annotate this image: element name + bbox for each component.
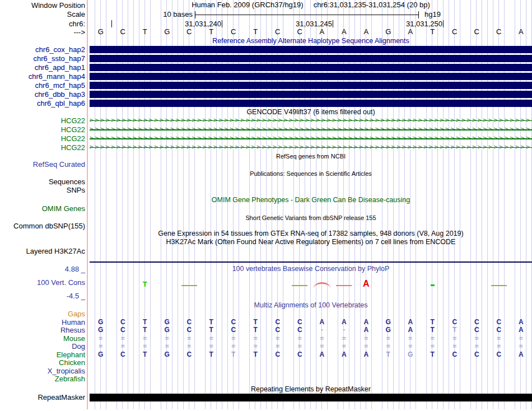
alignment-base: = bbox=[444, 342, 466, 350]
track-title-dbsnp[interactable]: Short Genetic Variants from dbSNP releas… bbox=[90, 214, 532, 222]
track-title-h3k27ac[interactable]: H3K27Ac Mark (Often Found Near Active Re… bbox=[90, 239, 532, 246]
gene-label-HCG22[interactable]: HCG22 bbox=[61, 135, 85, 142]
haplotype-alignment-bar-chr6_mcf_hap5[interactable] bbox=[90, 82, 532, 89]
track-label-snps[interactable]: SNPs bbox=[67, 186, 85, 194]
track-label-chr6_cox_hap2[interactable]: chr6_cox_hap2 bbox=[35, 46, 85, 53]
track-label-chr6_dbb_hap3[interactable]: chr6_dbb_hap3 bbox=[35, 91, 85, 98]
track-label-sequences[interactable]: Sequences bbox=[49, 178, 85, 185]
repeatmasker-element-bar[interactable] bbox=[90, 394, 532, 401]
track-label-omim-genes[interactable]: OMIM Genes bbox=[42, 205, 85, 212]
species-label-Gaps[interactable]: Gaps bbox=[68, 310, 85, 317]
alignment-base: = bbox=[289, 342, 311, 350]
genome-build-label: hg19 bbox=[424, 11, 441, 18]
track-label-100-vert-cons[interactable]: 100 Vert. Cons bbox=[37, 279, 85, 286]
alignment-base: = bbox=[222, 334, 245, 342]
track-label-layered-h3k27ac[interactable]: Layered H3K27Ac bbox=[26, 247, 85, 255]
base-letter: G bbox=[377, 28, 400, 36]
track-label-chr6_qbl_hap6[interactable]: chr6_qbl_hap6 bbox=[37, 100, 85, 107]
base-letter: A bbox=[399, 28, 422, 36]
gene-label-HCG22[interactable]: HCG22 bbox=[61, 126, 85, 133]
base-letter: C bbox=[178, 28, 200, 36]
base-letter: A bbox=[311, 28, 333, 36]
track-label-chr6_ssto_hap7[interactable]: chr6_ssto_hap7 bbox=[33, 55, 85, 62]
track-title-gtex[interactable]: Gene Expression in 54 tissues from GTEx … bbox=[90, 230, 532, 237]
alignment-base: = bbox=[399, 342, 422, 350]
haplotype-alignment-bar-chr6_ssto_hap7[interactable] bbox=[90, 55, 532, 62]
track-title-phylop[interactable]: 100 vertebrates Basewise Conservation by… bbox=[90, 265, 532, 273]
alignment-base: = bbox=[399, 334, 422, 342]
alignment-base: G bbox=[90, 326, 112, 334]
gene-label-HCG22[interactable]: HCG22 bbox=[61, 144, 85, 151]
alignment-base: T bbox=[245, 318, 267, 326]
phylop-axis-min: -4.5 _ bbox=[67, 292, 85, 300]
haplotype-alignment-bar-chr6_apd_hap1[interactable] bbox=[90, 64, 532, 71]
alignment-base: = bbox=[377, 334, 400, 342]
alignment-base: A bbox=[510, 318, 532, 326]
gene-transcript-line[interactable]: >>>>>>>>>>>>>>>>>>>>>>>>>>>>>>>>>>>>>>>>… bbox=[90, 144, 532, 151]
alignment-base: = bbox=[267, 342, 289, 350]
alignment-base: = bbox=[245, 342, 267, 350]
track-label-refseq-curated[interactable]: RefSeq Curated bbox=[33, 161, 85, 168]
haplotype-alignment-bar-chr6_qbl_hap6[interactable] bbox=[90, 100, 532, 107]
haplotype-alignment-bar-chr6_cox_hap2[interactable] bbox=[90, 46, 532, 53]
track-title-refseq[interactable]: RefSeq genes from NCBI bbox=[90, 153, 532, 160]
gene-label-HCG22[interactable]: HCG22 bbox=[61, 117, 85, 124]
alignment-base: C bbox=[178, 351, 200, 358]
track-title-gencode[interactable]: GENCODE V49lift37 (6 items filtered out) bbox=[90, 109, 532, 116]
alignment-base: T bbox=[200, 326, 223, 334]
alignment-base: = bbox=[510, 334, 532, 342]
phylop-mark-A: A bbox=[361, 280, 372, 288]
strand-arrow-label: ---> bbox=[73, 29, 85, 36]
track-label-chr6_mann_hap4[interactable]: chr6_mann_hap4 bbox=[29, 73, 85, 80]
genome-position: chr6:31,031,235-31,031,254 (20 bp) bbox=[314, 1, 430, 9]
species-label-Human[interactable]: Human bbox=[62, 319, 85, 326]
alignment-base: - bbox=[333, 326, 356, 334]
track-label-common-dbsnp[interactable]: Common dbSNP(155) bbox=[13, 222, 85, 230]
alignment-row-Human[interactable]: GCTGCTCTCCAAAGATCCCA bbox=[90, 318, 532, 326]
gene-transcript-line[interactable]: >>>>>>>>>>>>>>>>>>>>>>>>>>>>>>>>>>>>>>>>… bbox=[90, 135, 532, 142]
alignment-base: T bbox=[222, 351, 245, 358]
species-label-Zebrafish[interactable]: Zebrafish bbox=[55, 375, 85, 382]
track-label-chr6_apd_hap1[interactable]: chr6_apd_hap1 bbox=[35, 64, 85, 71]
species-label-X_tropicalis[interactable]: X_tropicalis bbox=[48, 367, 85, 375]
alignment-base: C bbox=[444, 318, 466, 326]
phylop-mark-dash bbox=[491, 285, 507, 286]
haplotype-alignment-bar-chr6_dbb_hap3[interactable] bbox=[90, 91, 532, 98]
alignment-base: = bbox=[422, 342, 444, 350]
alignment-base: G bbox=[90, 318, 112, 326]
track-title-multiz[interactable]: Multiz Alignments of 100 Vertebrates bbox=[90, 302, 532, 309]
scale-bar bbox=[195, 15, 419, 15]
species-label-Rhesus[interactable]: Rhesus bbox=[60, 326, 85, 334]
track-title-omim[interactable]: OMIM Gene Phenotypes - Dark Green Can Be… bbox=[90, 197, 532, 204]
ruler-tick bbox=[111, 20, 112, 27]
alignment-base: C bbox=[112, 318, 134, 326]
track-title-publications[interactable]: Publications: Sequences in Scientific Ar… bbox=[90, 170, 532, 178]
alignment-base: = bbox=[466, 342, 488, 350]
species-label-Elephant[interactable]: Elephant bbox=[57, 351, 85, 358]
alignment-row-Mouse[interactable]: ==================== bbox=[90, 334, 532, 342]
ruler-position-label: 31,031,245 bbox=[296, 20, 332, 27]
base-letter: T bbox=[245, 28, 267, 36]
track-title-repeatmasker[interactable]: Repeating Elements by RepeatMasker bbox=[90, 386, 532, 393]
alignment-base: T bbox=[134, 351, 156, 358]
species-label-Mouse[interactable]: Mouse bbox=[63, 335, 85, 342]
alignment-row-Elephant[interactable]: GCTGCTTTCCAAATGTCCCA bbox=[90, 351, 532, 358]
track-label-repeatmasker[interactable]: RepeatMasker bbox=[38, 394, 85, 401]
track-title-haplotypes[interactable]: Reference Assembly Alternate Haplotype S… bbox=[90, 38, 532, 45]
gene-transcript-line[interactable]: >>>>>>>>>>>>>>>>>>>>>>>>>>>>>>>>>>>>>>>>… bbox=[90, 117, 532, 124]
base-letter: C bbox=[222, 28, 245, 36]
haplotype-alignment-bar-chr6_mann_hap4[interactable] bbox=[90, 73, 532, 80]
alignment-base: A bbox=[355, 318, 377, 326]
alignment-base: C bbox=[112, 326, 134, 334]
species-label-Chicken[interactable]: Chicken bbox=[59, 359, 85, 366]
base-letter: C bbox=[466, 28, 488, 36]
alignment-base: G bbox=[399, 351, 422, 358]
alignment-row-Rhesus[interactable]: GCTGCTCTCC--AGATTCCA bbox=[90, 326, 532, 334]
window-position-header: Human Feb. 2009 (GRCh37/hg19)chr6:31,031… bbox=[90, 1, 532, 9]
track-label-chr6_mcf_hap5[interactable]: chr6_mcf_hap5 bbox=[35, 82, 85, 89]
alignment-base: = bbox=[422, 334, 444, 342]
species-label-Dog[interactable]: Dog bbox=[72, 343, 85, 350]
gene-transcript-line[interactable]: >>>>>>>>>>>>>>>>>>>>>>>>>>>>>>>>>>>>>>>>… bbox=[90, 126, 532, 133]
alignment-base: = bbox=[90, 342, 112, 350]
alignment-row-Dog[interactable]: ==================== bbox=[90, 342, 532, 350]
